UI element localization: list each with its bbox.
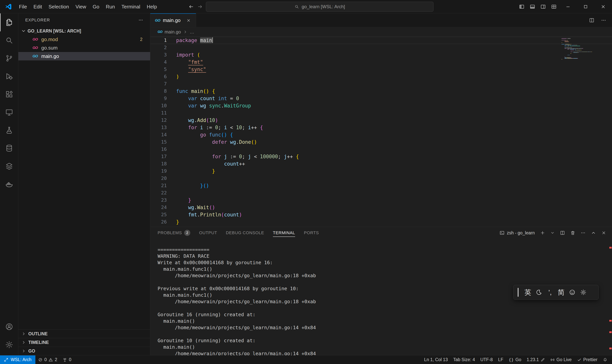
explorer-actions-icon[interactable]: [138, 18, 143, 23]
minimap[interactable]: [561, 38, 609, 60]
ime-emoji[interactable]: [567, 288, 578, 297]
go-version-status[interactable]: 1.23.1: [524, 357, 547, 362]
ime-punctuation-toggle[interactable]: ’,: [545, 288, 556, 297]
panel-tab-output[interactable]: OUTPUT: [199, 227, 217, 239]
toggle-primary-sidebar-button[interactable]: [516, 0, 527, 13]
remote-indicator[interactable]: WSL: Arch: [0, 355, 35, 364]
close-window-button[interactable]: [594, 0, 612, 13]
file-row-go.sum[interactable]: GOgo.sum: [18, 44, 150, 52]
go-live-status[interactable]: Go Live: [547, 357, 574, 362]
menu-help[interactable]: Help: [144, 0, 160, 13]
code-editor[interactable]: 1package main23import (4 "fmt"5 "sync"6)…: [150, 37, 612, 227]
panel-tab-terminal[interactable]: TERMINAL: [273, 227, 295, 239]
breadcrumb-file[interactable]: main.go: [164, 29, 181, 35]
code-line[interactable]: 5 "sync": [150, 66, 612, 73]
encoding-status[interactable]: UTF-8: [478, 357, 495, 362]
panel-tab-debug-console[interactable]: DEBUG CONSOLE: [226, 227, 264, 239]
maximize-button[interactable]: [577, 0, 594, 13]
code-line[interactable]: 12 wg.Add(10): [150, 117, 612, 124]
ime-simplified-toggle[interactable]: 简: [556, 288, 567, 297]
new-terminal-icon[interactable]: [540, 230, 545, 235]
code-line[interactable]: 1package main: [150, 37, 612, 44]
indentation-status[interactable]: Tab Size: 4: [451, 357, 478, 362]
close-panel-icon[interactable]: [601, 230, 606, 235]
code-line[interactable]: 22: [150, 189, 612, 196]
menu-go[interactable]: Go: [90, 0, 103, 13]
ime-language-mode[interactable]: 英: [522, 288, 533, 297]
split-editor-icon[interactable]: [589, 18, 594, 23]
back-button[interactable]: [188, 4, 194, 10]
file-row-go.mod[interactable]: GOgo.mod2: [18, 35, 150, 44]
activity-search[interactable]: [0, 31, 18, 49]
activity-extensions[interactable]: [0, 85, 18, 103]
activity-docker[interactable]: [0, 175, 18, 193]
sidebar-section-outline[interactable]: OUTLINE: [18, 329, 150, 338]
code-line[interactable]: 9 var count int = 0: [150, 95, 612, 102]
menu-selection[interactable]: Selection: [45, 0, 72, 13]
code-line[interactable]: 26}: [150, 218, 612, 226]
command-center-search[interactable]: go_learn [WSL: Arch]: [206, 2, 434, 12]
tab-close-icon[interactable]: [185, 18, 192, 23]
activity-source-control[interactable]: [0, 49, 18, 67]
panel-tab-ports[interactable]: PORTS: [304, 227, 319, 239]
code-line[interactable]: 3import (: [150, 51, 612, 58]
folder-root-row[interactable]: GO_LEARN [WSL: ARCH]: [18, 27, 150, 35]
activity-run-debug[interactable]: [0, 67, 18, 85]
menu-terminal[interactable]: Terminal: [118, 0, 144, 13]
code-line[interactable]: 8func main() {: [150, 88, 612, 95]
menu-file[interactable]: File: [16, 0, 30, 13]
sidebar-section-go[interactable]: GO: [18, 347, 150, 355]
problems-status[interactable]: 0 2: [35, 355, 60, 364]
toggle-secondary-sidebar-button[interactable]: [538, 0, 548, 13]
panel-tab-problems[interactable]: PROBLEMS2: [158, 227, 190, 239]
code-line[interactable]: 23 }: [150, 196, 612, 204]
code-line[interactable]: 20: [150, 175, 612, 182]
code-line[interactable]: 17 for j := 0; j < 100000; j++ {: [150, 153, 612, 160]
activity-testing[interactable]: [0, 121, 18, 139]
code-line[interactable]: 19 }: [150, 168, 612, 175]
terminal-instance-select[interactable]: zsh - go_learn: [500, 230, 535, 235]
menu-edit[interactable]: Edit: [30, 0, 45, 13]
activity-accounts[interactable]: [0, 318, 18, 336]
eol-status[interactable]: LF: [495, 357, 506, 362]
code-line[interactable]: 4 "fmt": [150, 58, 612, 66]
customize-layout-button[interactable]: [548, 0, 559, 13]
split-terminal-icon[interactable]: [560, 230, 565, 235]
ports-status[interactable]: 0: [60, 355, 74, 364]
menu-run[interactable]: Run: [103, 0, 118, 13]
panel-more-actions-icon[interactable]: [581, 230, 585, 235]
activity-layers[interactable]: [0, 157, 18, 175]
forward-button[interactable]: [197, 4, 203, 10]
code-line[interactable]: 11: [150, 109, 612, 117]
code-line[interactable]: 15 defer wg.Done(): [150, 138, 612, 146]
activity-explorer[interactable]: [0, 13, 18, 31]
code-line[interactable]: 10 var wg sync.WaitGroup: [150, 102, 612, 109]
code-line[interactable]: 2: [150, 44, 612, 51]
code-line[interactable]: 16: [150, 146, 612, 153]
tab-main-go[interactable]: GO main.go: [150, 13, 196, 27]
code-line[interactable]: 24 wg.Wait(): [150, 204, 612, 211]
toggle-panel-button[interactable]: [527, 0, 538, 13]
activity-database[interactable]: [0, 139, 18, 157]
prettier-status[interactable]: Prettier: [574, 357, 600, 362]
code-line[interactable]: 25 fmt.Println(count): [150, 211, 612, 218]
file-row-main.go[interactable]: GOmain.go: [18, 52, 150, 60]
code-line[interactable]: 7: [150, 80, 612, 88]
code-line[interactable]: 21 }(): [150, 182, 612, 189]
maximize-panel-icon[interactable]: [591, 230, 596, 235]
terminal-dropdown-icon[interactable]: [550, 231, 555, 235]
minimize-button[interactable]: [559, 0, 577, 13]
language-mode-status[interactable]: {} Go: [506, 357, 524, 362]
menu-view[interactable]: View: [72, 0, 90, 13]
sidebar-section-timeline[interactable]: TIMELINE: [18, 338, 150, 347]
code-line[interactable]: 13 for i := 0; i < 10; i++ {: [150, 124, 612, 131]
kill-terminal-icon[interactable]: [570, 230, 575, 235]
ime-halfwidth-toggle[interactable]: [533, 288, 545, 297]
activity-remote-explorer[interactable]: [0, 103, 18, 121]
notifications-bell-icon[interactable]: [600, 358, 610, 362]
cursor-position-status[interactable]: Ln 1, Col 13: [422, 357, 451, 362]
activity-settings[interactable]: [0, 336, 18, 354]
breadcrumb-symbol[interactable]: …: [190, 29, 194, 35]
editor-more-actions-icon[interactable]: [601, 18, 606, 23]
code-line[interactable]: 6): [150, 73, 612, 80]
